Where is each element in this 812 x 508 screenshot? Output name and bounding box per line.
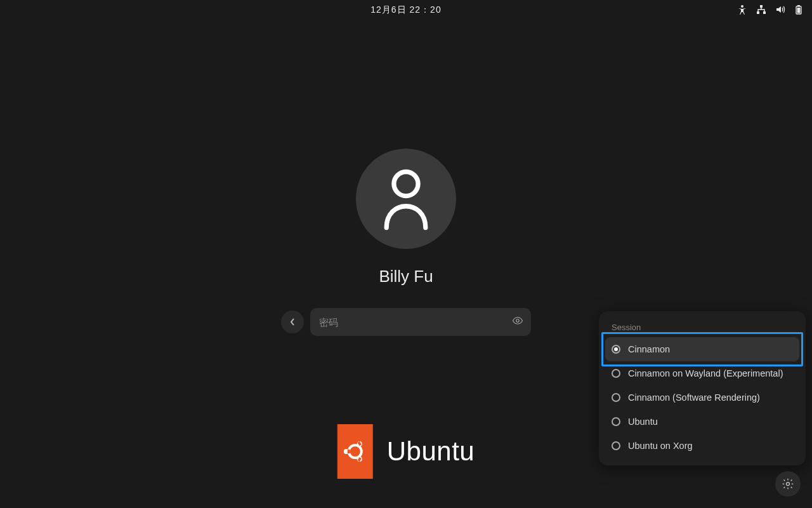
session-list: Cinnamon Cinnamon on Wayland (Experiment… xyxy=(605,337,799,458)
radio-icon xyxy=(612,369,620,378)
network-icon[interactable] xyxy=(756,4,766,17)
session-item-cinnamon-software[interactable]: Cinnamon (Software Rendering) xyxy=(605,385,799,410)
session-item-cinnamon-wayland[interactable]: Cinnamon on Wayland (Experimental) xyxy=(605,361,799,385)
session-menu: Session Cinnamon Cinnamon on Wayland (Ex… xyxy=(599,311,806,465)
svg-point-7 xyxy=(394,171,418,196)
battery-icon[interactable] xyxy=(794,4,804,17)
radio-icon xyxy=(612,393,620,402)
clock[interactable]: 12月6日 22：20 xyxy=(370,4,441,16)
session-item-label: Cinnamon xyxy=(628,344,670,354)
svg-point-16 xyxy=(787,483,790,486)
password-field-container xyxy=(310,308,531,336)
session-item-ubuntu-xorg[interactable]: Ubuntu on Xorg xyxy=(605,434,799,458)
svg-rect-3 xyxy=(763,11,766,14)
volume-icon[interactable] xyxy=(775,4,785,17)
brand-name: Ubuntu xyxy=(387,436,475,467)
session-item-label: Cinnamon on Wayland (Experimental) xyxy=(628,368,783,378)
svg-rect-5 xyxy=(797,5,800,6)
radio-icon xyxy=(612,441,620,450)
accessibility-icon[interactable] xyxy=(737,4,747,17)
session-gear-button[interactable] xyxy=(775,471,801,497)
session-item-label: Ubuntu on Xorg xyxy=(628,441,693,451)
show-password-icon[interactable] xyxy=(512,315,523,329)
session-item-cinnamon[interactable]: Cinnamon xyxy=(605,337,799,361)
radio-icon xyxy=(612,417,620,426)
session-item-label: Ubuntu xyxy=(628,417,658,427)
radio-icon xyxy=(612,345,620,354)
svg-rect-13 xyxy=(348,450,350,453)
session-item-label: Cinnamon (Software Rendering) xyxy=(628,392,760,403)
username-label: Billy Fu xyxy=(379,267,433,286)
password-input[interactable] xyxy=(319,317,522,328)
svg-point-9 xyxy=(349,445,362,458)
top-bar: 12月6日 22：20 xyxy=(0,0,812,20)
svg-rect-1 xyxy=(760,5,763,8)
avatar xyxy=(356,149,456,249)
login-panel: Billy Fu xyxy=(279,149,533,336)
back-button[interactable] xyxy=(281,311,304,333)
svg-point-8 xyxy=(516,319,520,323)
branding: Ubuntu xyxy=(337,424,475,479)
system-indicators xyxy=(737,0,804,20)
svg-rect-2 xyxy=(757,11,759,14)
ubuntu-logo-icon xyxy=(337,424,373,479)
session-item-ubuntu[interactable]: Ubuntu xyxy=(605,410,799,434)
password-row xyxy=(281,308,531,336)
svg-rect-6 xyxy=(797,8,801,13)
svg-point-0 xyxy=(741,5,743,8)
session-heading: Session xyxy=(605,323,799,337)
